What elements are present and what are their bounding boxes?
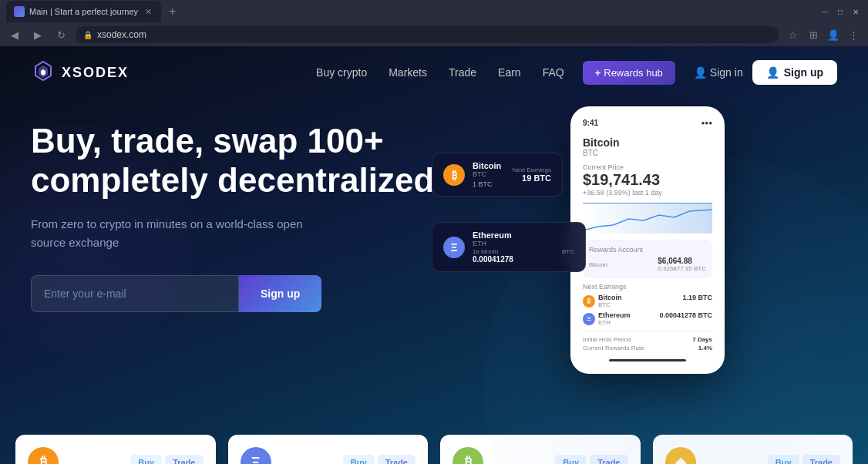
- phone-price: $19,741.43: [583, 171, 712, 189]
- person-icon: 👤: [694, 66, 707, 79]
- phone-next-earnings: Next Earnings: [583, 283, 712, 291]
- hero-content: Buy, trade, swap 100+ completely decentr…: [31, 122, 463, 312]
- phone-mockup: 9:41 ●●● Bitcoin BTC Current Price $19,7…: [570, 106, 725, 374]
- phone-rewards-sub: Bitcoin: [589, 261, 607, 268]
- phone-price-label: Current Price: [583, 163, 712, 171]
- eth-coin-icon: Ξ: [241, 447, 271, 464]
- eth-float-icon: Ξ: [443, 237, 465, 258]
- eth-period: 1e Month: [473, 248, 498, 255]
- lock-icon: 🔒: [83, 31, 93, 39]
- tab-title: Main | Start a perfect journey: [29, 7, 138, 16]
- rewards-hub-button[interactable]: Rewards hub: [583, 61, 675, 85]
- phone-rewards-btc: 0.323877.35 BTC: [658, 265, 706, 272]
- float-card-btc: ₿ Bitcoin BTC 1 BTC Next Earnings 19 BTC: [432, 153, 563, 197]
- phone-rate-value: 1.4%: [698, 345, 712, 351]
- browser-tab[interactable]: Main | Start a perfect journey ✕: [6, 1, 161, 22]
- float-card-eth: Ξ Ethereum ETH 1e Month BTC 0.00041278: [432, 222, 586, 272]
- nav-faq[interactable]: FAQ: [543, 66, 564, 79]
- auth-buttons: 👤 Sign in 👤 Sign up: [694, 60, 837, 85]
- phone-coin-ticker: BTC: [583, 149, 712, 157]
- email-input[interactable]: [31, 275, 239, 312]
- minimize-button[interactable]: ─: [819, 5, 831, 18]
- logo[interactable]: XSODEX: [31, 60, 129, 85]
- bch-coin-icon: ₿: [453, 447, 483, 464]
- logo-text: XSODEX: [62, 65, 129, 81]
- phone-btc-label: Bitcoin: [598, 294, 622, 301]
- phone-coin-name: Bitcoin: [583, 136, 712, 149]
- browser-toolbar: ◀ ▶ ↻ 🔒 xsodex.com ☆ ⊞ 👤 ⋮: [0, 23, 868, 46]
- close-window-button[interactable]: ✕: [849, 5, 862, 18]
- hero-signup-button[interactable]: Sign up: [239, 275, 321, 312]
- eth-card-actions: Buy Trade: [343, 455, 415, 464]
- phone-eth-label: Ethereum: [598, 311, 631, 319]
- nav-buy-crypto[interactable]: Buy crypto: [316, 66, 367, 79]
- tab-close-icon[interactable]: ✕: [143, 6, 153, 17]
- hero-section: Buy, trade, swap 100+ completely decentr…: [0, 99, 868, 422]
- eth-float-info: Ethereum ETH 1e Month BTC 0.00041278: [473, 230, 574, 264]
- hero-subtitle: From zero to crypto in minutes on a worl…: [31, 215, 324, 252]
- navbar: XSODEX Buy crypto Markets Trade Earn FAQ…: [0, 46, 868, 99]
- address-bar[interactable]: 🔒 xsodex.com: [76, 26, 779, 43]
- profile-icon[interactable]: 👤: [825, 26, 842, 43]
- hero-visual: 9:41 ●●● Bitcoin BTC Current Price $19,7…: [432, 106, 725, 407]
- btc-float-info: Bitcoin BTC 1 BTC: [473, 161, 505, 188]
- eth-float-value: 0.00041278: [473, 255, 574, 264]
- hero-title: Buy, trade, swap 100+ completely decentr…: [31, 122, 463, 200]
- nav-markets[interactable]: Markets: [389, 66, 427, 79]
- forward-button[interactable]: ▶: [29, 26, 46, 43]
- signup-person-icon: 👤: [766, 66, 779, 79]
- url-text: xsodex.com: [97, 29, 146, 40]
- btc-next-value: 19 BTC: [513, 173, 551, 183]
- tab-favicon: [14, 6, 25, 17]
- browser-chrome: Main | Start a perfect journey ✕ + ─ □ ✕…: [0, 0, 868, 46]
- maximize-button[interactable]: □: [834, 5, 846, 18]
- nav-earn[interactable]: Earn: [498, 66, 521, 79]
- eth-float-details: 1e Month BTC 0.00041278: [473, 248, 574, 264]
- btc-float-amount: 1 BTC: [473, 180, 505, 188]
- logo-icon: [31, 60, 56, 85]
- btc-next-earnings: Next Earnings: [513, 166, 551, 173]
- eth-period-unit: BTC: [562, 248, 574, 255]
- btc-float-values: Next Earnings 19 BTC: [513, 166, 551, 183]
- phone-change: +36.58 (3.59%) last 1 day: [583, 189, 712, 197]
- eth-float-ticker: ETH: [473, 240, 574, 247]
- btc-buy-button[interactable]: Buy: [130, 455, 162, 464]
- phone-hold-label: Initial Hold Period: [583, 336, 631, 343]
- star-icon[interactable]: ☆: [785, 26, 802, 43]
- btc-float-name: Bitcoin: [473, 161, 505, 170]
- tab-bar: Main | Start a perfect journey ✕ + ─ □ ✕: [0, 0, 868, 23]
- phone-eth-ticker: ETH: [598, 319, 631, 326]
- website: XSODEX Buy crypto Markets Trade Earn FAQ…: [0, 46, 868, 464]
- eth-buy-button[interactable]: Buy: [343, 455, 375, 464]
- new-tab-button[interactable]: +: [164, 5, 180, 18]
- phone-eth-value: 0.00041278 BTC: [659, 311, 712, 319]
- btc-card: ₿ Buy Trade Bitcoin BTC $95,305.62 -5.39…: [15, 435, 216, 464]
- btc-card-actions: Buy Trade: [130, 455, 203, 464]
- sign-in-button[interactable]: 👤 Sign in: [694, 66, 743, 79]
- phone-rewards-card: Rewards Account Bitcoin $6,064.88 0.3238…: [583, 240, 712, 278]
- hero-form: Sign up: [31, 275, 463, 312]
- phone-btc-amount: 1.19 BTC: [682, 294, 712, 301]
- eth-card: Ξ Buy Trade Ethereum ETH $3,357.21 -7.77…: [228, 435, 429, 464]
- phone-rate-label: Current Rewards Rate: [583, 345, 644, 351]
- menu-icon[interactable]: ⋮: [845, 26, 862, 43]
- phone-time: 9:41: [583, 119, 598, 127]
- phone-rewards-title: Rewards Account: [589, 246, 706, 254]
- reload-button[interactable]: ↻: [52, 26, 69, 43]
- extensions-icon[interactable]: ⊞: [805, 26, 822, 43]
- btc-float-ticker: BTC: [473, 170, 505, 178]
- nav-links: Buy crypto Markets Trade Earn FAQ: [316, 66, 564, 79]
- eth-float-name: Ethereum: [473, 230, 574, 240]
- phone-rewards-value: $6,064.88: [658, 257, 706, 265]
- back-button[interactable]: ◀: [6, 26, 23, 43]
- btc-coin-icon: ₿: [28, 447, 59, 464]
- nav-trade[interactable]: Trade: [449, 66, 476, 79]
- btc-float-icon: ₿: [443, 164, 465, 186]
- phone-hold-value: 7 Days: [692, 336, 712, 343]
- phone-btc-ticker: BTC: [598, 301, 622, 308]
- btc-trade-button[interactable]: Trade: [165, 455, 203, 464]
- eth-trade-button[interactable]: Trade: [378, 455, 415, 464]
- sign-up-button[interactable]: 👤 Sign up: [752, 60, 837, 85]
